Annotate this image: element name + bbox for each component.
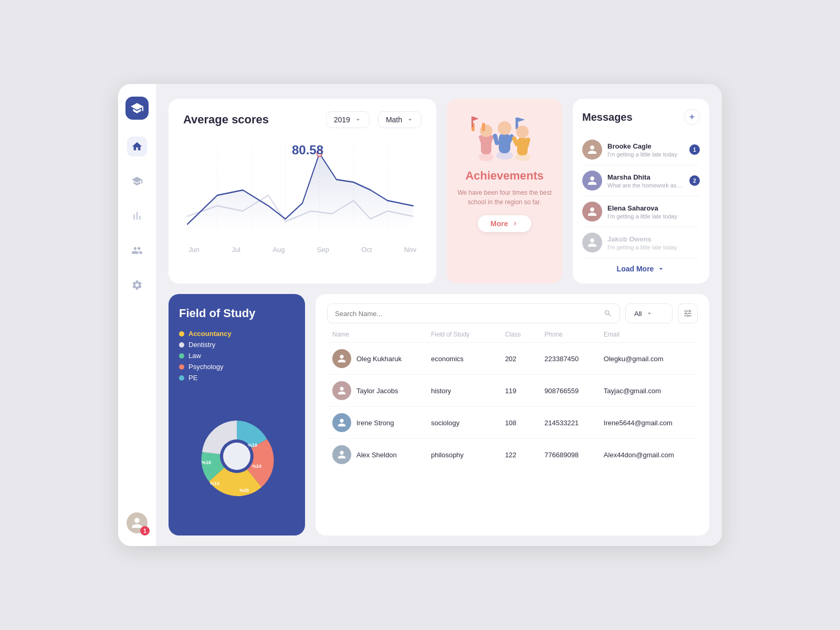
student-email-3: Alex44don@gmail.com (604, 451, 692, 459)
messages-panel: Messages + Brooke Cagle I'm getting a li… (573, 99, 709, 284)
student-phone-0: 223387450 (544, 355, 604, 363)
message-avatar-2 (582, 202, 602, 222)
settings-icon (131, 279, 143, 291)
x-label-sep: Sep (317, 246, 329, 254)
table-row[interactable]: Irene Strong sociology 108 214533221 Ire… (327, 407, 698, 439)
sidebar-item-users[interactable] (127, 240, 147, 260)
pie-chart-svg: %24 %28 %13 %18 %19 (195, 414, 279, 498)
achievements-title: Achievements (465, 169, 543, 183)
legend-dot-law (179, 353, 184, 359)
avatar-person-icon (587, 144, 597, 155)
svg-text:%18: %18 (202, 460, 211, 465)
year-dropdown[interactable]: 2019 (326, 111, 370, 128)
message-preview-3: I'm getting a little late today (607, 244, 700, 250)
message-badge-0: 1 (689, 144, 700, 155)
message-item-0[interactable]: Brooke Cagle I'm getting a little late t… (582, 134, 700, 165)
svg-rect-21 (516, 118, 518, 129)
more-chevron-icon (511, 220, 519, 227)
legend-label-pe: PE (188, 374, 197, 382)
sidebar-item-learn[interactable] (127, 171, 147, 191)
filter-chevron-icon (646, 310, 653, 317)
x-label-aug: Aug (272, 246, 285, 254)
student-field-1: history (431, 387, 505, 395)
sidebar-item-settings[interactable] (127, 275, 147, 295)
filter-icon-button[interactable] (678, 303, 698, 323)
student-field-2: sociology (431, 419, 505, 427)
achievements-description: We have been four times the best school … (456, 188, 553, 207)
student-name-cell-0: Oleg Kukharuk (332, 349, 431, 368)
student-phone-2: 214533221 (544, 419, 604, 427)
message-content-3: Jakob Owens I'm getting a little late to… (607, 235, 700, 250)
sidebar-item-stats[interactable] (127, 206, 147, 226)
filter-dropdown[interactable]: All (625, 303, 673, 323)
x-label-oct: Oct (361, 246, 372, 254)
students-section: All Name Field of Study Class Phone (316, 294, 709, 536)
search-icon[interactable] (604, 309, 612, 318)
legend-label-dentistry: Dentistry (188, 341, 215, 349)
chevron-down-subject-icon (406, 116, 414, 123)
search-input[interactable] (335, 310, 600, 318)
message-preview-1: What are the homework assi... (607, 182, 684, 188)
message-item-1[interactable]: Marsha Dhita What are the homework assi.… (582, 165, 700, 196)
add-message-button[interactable]: + (684, 109, 700, 125)
sidebar: 1 (118, 84, 156, 546)
student-name-0: Oleg Kukharuk (356, 355, 402, 363)
users-icon (131, 245, 143, 256)
svg-marker-22 (518, 118, 525, 122)
bar-chart-icon (131, 210, 143, 222)
avatar-person-icon-3 (587, 237, 597, 248)
message-preview-2: I'm getting a little late today (607, 213, 700, 219)
student-email-0: Olegku@gmail.com (604, 355, 692, 363)
student-avatar-icon-1 (337, 386, 346, 395)
student-name-cell-1: Taylor Jacobs (332, 381, 431, 400)
pie-chart-area: %24 %28 %13 %18 %19 (179, 389, 295, 523)
svg-rect-14 (471, 117, 473, 127)
legend-dentistry: Dentistry (179, 341, 295, 349)
legend-accountancy: Accountancy (179, 330, 295, 338)
home-icon (131, 141, 143, 152)
message-content-1: Marsha Dhita What are the homework assi.… (607, 173, 684, 188)
x-label-jul: Jul (232, 246, 240, 254)
table-row[interactable]: Alex Sheldon philosophy 122 776689098 Al… (327, 439, 698, 470)
message-item-3[interactable]: Jakob Owens I'm getting a little late to… (582, 227, 700, 258)
col-field: Field of Study (431, 331, 505, 338)
message-preview-0: I'm getting a little late today (607, 151, 684, 158)
message-item-2[interactable]: Elena Saharova I'm getting a little late… (582, 196, 700, 227)
svg-point-25 (516, 125, 529, 138)
x-label-nov: Nov (404, 246, 416, 254)
avatar-person-icon-2 (587, 206, 597, 217)
student-avatar-icon-0 (337, 354, 346, 363)
sidebar-item-home[interactable] (127, 136, 147, 156)
more-button[interactable]: More (478, 215, 531, 232)
message-content-0: Brooke Cagle I'm getting a little late t… (607, 142, 684, 158)
student-email-2: Irene5644@gmail.com (604, 419, 692, 427)
table-row[interactable]: Oleg Kukharuk economics 202 223387450 Ol… (327, 343, 698, 375)
student-name-cell-3: Alex Sheldon (332, 445, 431, 464)
load-more-button[interactable]: Load More (582, 265, 700, 273)
user-avatar-container: 1 (127, 512, 148, 533)
table-row[interactable]: Taylor Jacobs history 119 908766559 Tayj… (327, 375, 698, 407)
chart-header: Average scores 2019 Math (183, 111, 422, 128)
main-content: Average scores 2019 Math 80.58 (156, 84, 722, 546)
svg-text:%19: %19 (248, 443, 257, 448)
student-avatar-2 (332, 413, 351, 432)
achievements-people-svg (470, 107, 539, 165)
student-avatar-icon-2 (337, 418, 346, 427)
subject-dropdown[interactable]: Math (378, 111, 422, 128)
sidebar-nav (127, 136, 147, 512)
legend-dot-accountancy (179, 331, 184, 337)
col-name: Name (332, 331, 431, 338)
legend-dot-pe (179, 375, 184, 381)
message-avatar-1 (582, 171, 602, 191)
notification-badge: 1 (140, 526, 150, 536)
student-avatar-1 (332, 381, 351, 400)
svg-point-18 (498, 121, 511, 135)
student-field-0: economics (431, 355, 505, 363)
messages-title: Messages (582, 111, 633, 123)
svg-point-9 (480, 124, 492, 137)
app-logo[interactable] (125, 97, 149, 120)
chart-x-labels: Jun Jul Aug Sep Oct Nov (183, 246, 422, 254)
student-class-1: 119 (505, 387, 544, 395)
chart-container: 80.58 (183, 138, 422, 243)
student-avatar-3 (332, 445, 351, 464)
